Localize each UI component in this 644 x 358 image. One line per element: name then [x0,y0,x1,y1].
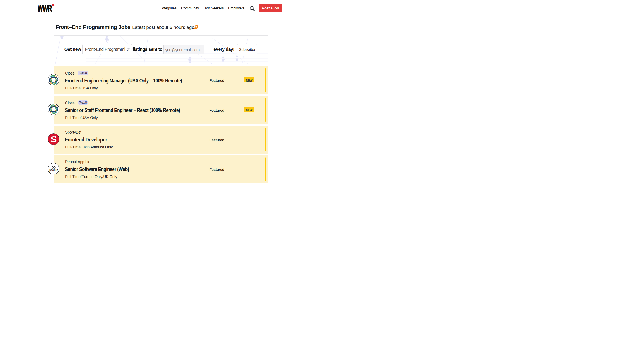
svg-text:peanut: peanut [49,168,58,172]
svg-text:S: S [51,134,56,144]
svg-text:WWR: WWR [38,3,52,12]
